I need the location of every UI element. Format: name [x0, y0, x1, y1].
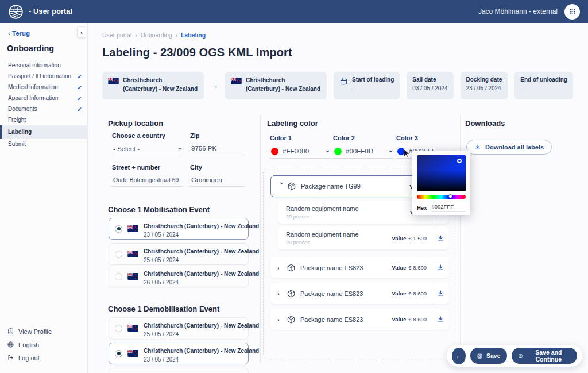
equipment-quantity: 20 peaces — [286, 214, 410, 220]
city-label: City — [190, 164, 245, 171]
city-field: City Groningen — [190, 164, 245, 187]
card-value: - — [352, 85, 394, 91]
color2-swatch — [334, 148, 342, 155]
city-input[interactable]: Groningen — [190, 173, 245, 187]
color2-label: Color 2 — [333, 134, 393, 141]
download-icon — [437, 264, 444, 271]
nz-flag-icon — [127, 350, 138, 357]
zip-value: 9756 PK — [191, 145, 244, 152]
sidebar-item-personal-information[interactable]: Personal information — [0, 60, 88, 71]
check-icon: ✓ — [77, 95, 82, 102]
sidebar-item-submit[interactable]: Submit — [0, 139, 88, 149]
radio-selected-icon[interactable] — [115, 225, 122, 233]
radio-icon[interactable] — [115, 273, 122, 280]
color3-label: Color 3 — [396, 134, 457, 141]
shipment-summary-row: Christhchurch (Canterbury) - New Zealand… — [102, 72, 573, 99]
package-row-es823-2[interactable]: › Package name ES823 Value€ 8.600 — [270, 283, 449, 304]
chevron-right-icon[interactable]: › — [277, 290, 285, 297]
chevron-right-icon[interactable]: › — [277, 316, 285, 323]
card-label: Sail date — [412, 76, 447, 83]
globe-icon — [7, 341, 14, 348]
save-button[interactable]: Save — [470, 348, 507, 364]
demobilisation-option-3[interactable]: Christhchurch (Canterbury) - New Zealand — [109, 368, 249, 373]
color-picker-popup: Hex #002FFF — [412, 151, 470, 215]
country-label: Choose a country — [112, 132, 183, 139]
sidebar-item-medical-information[interactable]: Medical information✓ — [0, 82, 88, 93]
save-and-continue-button[interactable]: Save and Continue — [512, 348, 577, 364]
language-button[interactable]: English — [7, 341, 39, 348]
sidebar-item-labeling[interactable]: Labeling — [0, 125, 88, 139]
package-cube-icon — [287, 289, 296, 298]
color2-select[interactable]: #00FF0D › — [333, 144, 393, 159]
download-all-labels-button[interactable]: Download all labels — [466, 140, 552, 155]
radio-icon[interactable] — [115, 325, 122, 332]
breadcrumb-user-portal[interactable]: User portal — [102, 32, 131, 39]
event-location: Christhchurch (Canterbury) - New Zealand — [144, 271, 259, 277]
download-icon — [474, 144, 481, 151]
calendar-icon — [339, 77, 348, 86]
sidebar-item-passport-id-information[interactable]: Passport / ID information✓ — [0, 71, 88, 82]
mobilisation-option-3[interactable]: Christhchurch (Canterbury) - New Zealand… — [109, 266, 249, 287]
radio-selected-icon[interactable] — [115, 350, 122, 357]
check-icon: ✓ — [77, 106, 82, 113]
equipment-row-2[interactable]: Random equipment name 20 peaces Value€ 1… — [278, 226, 449, 249]
hex-input[interactable]: #002FFF — [431, 203, 466, 212]
package-row-es823-1[interactable]: › Package name ES823 Value€ 8.600 — [270, 257, 449, 278]
download-package-button[interactable] — [432, 257, 449, 278]
logout-icon — [7, 354, 14, 362]
breadcrumb-onboarding[interactable]: Onboarding — [141, 32, 172, 39]
origin-card: Christhchurch (Canterbury) - New Zealand — [102, 72, 204, 99]
package-cube-icon — [287, 263, 296, 272]
breadcrumb-labeling[interactable]: Labeling — [181, 32, 206, 39]
chevron-right-icon[interactable]: › — [277, 264, 285, 271]
mobilisation-option-1[interactable]: Christhchurch (Canterbury) - New Zealand… — [109, 218, 249, 240]
zip-input[interactable]: 9756 PK — [190, 141, 245, 155]
value-amount: € 1.500 — [408, 235, 427, 241]
hue-slider-knob[interactable] — [448, 194, 452, 198]
destination-card: Christhchurch (Canterbury) - New Zealand — [225, 72, 327, 99]
sidebar-item-documents[interactable]: Documents✓ — [0, 103, 88, 114]
download-package-button[interactable] — [432, 309, 449, 330]
sidebar-collapse-button[interactable]: ‹ — [77, 26, 86, 38]
logout-button[interactable]: Log out — [7, 354, 40, 362]
sail-date-card: Sail date 03 / 05 / 2024 — [407, 72, 453, 99]
view-profile-button[interactable]: View Profile — [7, 328, 52, 335]
back-link[interactable]: ‹ Terug — [8, 30, 30, 37]
sidebar-item-label: Passport / ID information — [8, 73, 77, 79]
download-icon — [437, 290, 444, 297]
color2-hex: #00FF0D — [346, 148, 390, 155]
card-label: End of unloading — [520, 76, 567, 83]
demobilisation-option-1[interactable]: Christhchurch (Canterbury) - New Zealand… — [109, 317, 249, 339]
hue-slider[interactable] — [417, 195, 466, 199]
download-package-button[interactable] — [432, 283, 449, 304]
demobilisation-option-2[interactable]: Christhchurch (Canterbury) - New Zealand… — [109, 343, 249, 364]
package-row-es823-3[interactable]: › Package name ES823 Value€ 8.600 — [270, 309, 449, 330]
labeling-color-heading: Labeling color — [267, 119, 318, 128]
docking-date-card: Docking date 23 / 05 / 2024 — [461, 72, 508, 99]
country-select[interactable]: - Select - › — [112, 141, 183, 156]
street-input[interactable]: Oude Boteringestraat 69 — [112, 173, 183, 187]
download-equipment-button[interactable] — [432, 226, 449, 249]
country-field: Choose a country - Select - › — [112, 132, 183, 156]
value-amount: € 8.600 — [408, 264, 427, 271]
radio-icon[interactable] — [115, 251, 122, 258]
package-name: Package name ES823 — [300, 264, 392, 271]
page-title: Labeling - 23/009 OGS KML Import — [102, 46, 292, 59]
saturation-value-area[interactable] — [417, 155, 466, 191]
zip-field: Zip 9756 PK — [190, 132, 245, 155]
equipment-quantity: 20 peaces — [286, 240, 392, 245]
color1-select[interactable]: #FF0000 › — [270, 144, 330, 159]
breadcrumb-separator: › — [176, 32, 177, 39]
chevron-down-icon[interactable]: › — [278, 182, 285, 190]
mobilisation-option-2[interactable]: Christhchurch (Canterbury) - New Zealand… — [109, 243, 249, 265]
equipment-name: Random equipment name — [286, 231, 392, 238]
sidebar-item-freight[interactable]: Freight — [0, 114, 88, 125]
sidebar-item-apparel-information[interactable]: Apparel Information✓ — [0, 93, 88, 103]
event-location: Christhchurch (Canterbury) - New Zealand — [144, 348, 259, 354]
sv-selector-knob[interactable] — [457, 159, 462, 163]
back-button[interactable]: ← — [452, 348, 466, 364]
event-date: 26 / 05 / 2024 — [144, 279, 259, 286]
value-label: Value — [392, 235, 406, 241]
apps-grid-button[interactable] — [564, 4, 580, 20]
sidebar-item-label: Submit — [8, 141, 82, 147]
